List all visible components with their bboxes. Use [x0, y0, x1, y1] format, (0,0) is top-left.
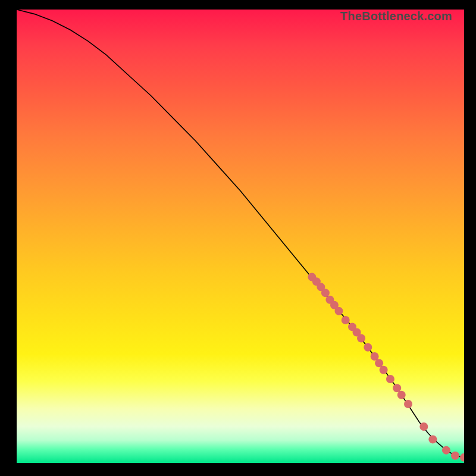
chart-marker — [375, 359, 383, 367]
chart-overlay-svg — [17, 10, 464, 463]
chart-marker — [393, 384, 401, 392]
chart-marker — [419, 422, 428, 431]
chart-marker — [397, 391, 406, 399]
chart-marker — [460, 453, 464, 462]
chart-marker — [451, 452, 459, 460]
watermark-text: TheBottleneck.com — [340, 10, 452, 23]
chart-marker — [442, 446, 450, 455]
chart-marker — [380, 366, 388, 374]
chart-marker — [334, 307, 343, 315]
chart-marker — [428, 435, 437, 443]
chart-marker — [364, 343, 372, 352]
chart-marker — [386, 375, 394, 383]
chart-marker — [404, 400, 412, 408]
chart-marker — [342, 316, 350, 324]
chart-marker — [321, 289, 330, 297]
chart-marker — [371, 352, 379, 361]
chart-marker — [357, 334, 365, 342]
chart-markers — [308, 273, 464, 462]
chart-plot-area: TheBottleneck.com — [17, 10, 464, 463]
